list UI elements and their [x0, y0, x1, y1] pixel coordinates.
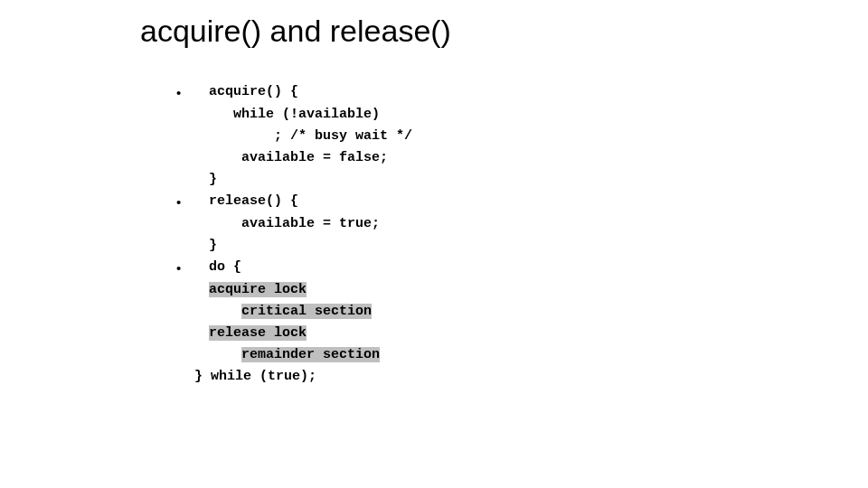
bullet-2: •	[176, 191, 209, 213]
slide-title: acquire() and release()	[140, 14, 451, 49]
code-do-release: release lock	[176, 323, 412, 344]
code-acquire-open: acquire() {	[209, 81, 298, 103]
code-release-open: release() {	[209, 191, 298, 212]
highlight-release-lock: release lock	[209, 325, 307, 341]
code-do-while-close: } while (true);	[176, 366, 412, 388]
code-acquire-busywait: ; /* busy wait */	[176, 126, 412, 147]
highlight-critical-section: critical section	[241, 304, 372, 319]
highlight-remainder-section: remainder section	[241, 347, 380, 362]
code-acquire-close: }	[176, 169, 412, 191]
code-release-close: }	[176, 235, 412, 257]
code-do-critical: critical section	[176, 301, 412, 323]
code-acquire-while: while (!available)	[176, 104, 412, 126]
slide-body: • acquire() { while (!available) ; /* bu…	[176, 81, 412, 388]
code-acquire-setfalse: available = false;	[176, 147, 412, 169]
highlight-acquire-lock: acquire lock	[209, 282, 307, 297]
bullet-3: •	[176, 257, 209, 279]
code-do-remainder: remainder section	[176, 344, 412, 366]
bullet-1: •	[176, 81, 209, 104]
code-release-settrue: available = true;	[176, 213, 412, 235]
code-do-open: do {	[209, 257, 241, 278]
code-do-acquire: acquire lock	[176, 279, 412, 301]
